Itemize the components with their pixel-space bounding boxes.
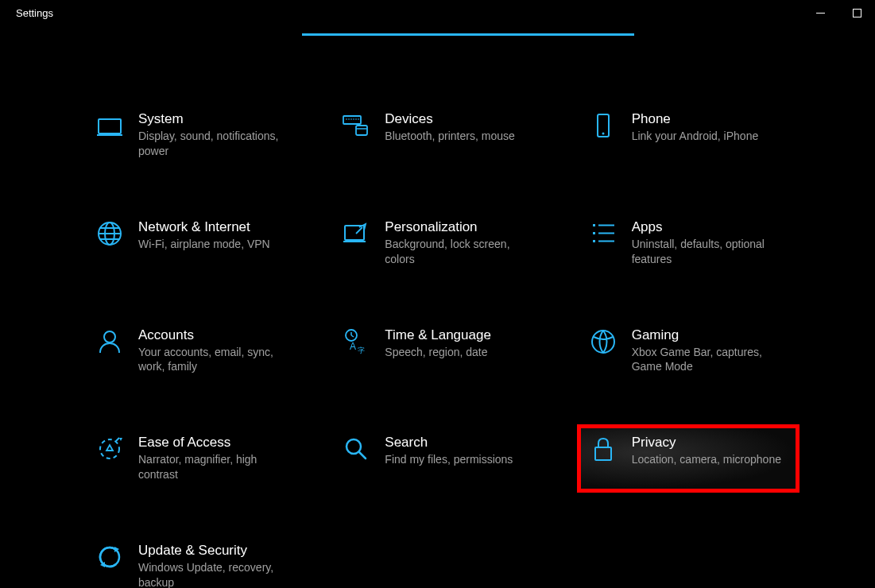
category-title: Update & Security bbox=[138, 543, 294, 559]
category-update[interactable]: Update & SecurityWindows Update, recover… bbox=[87, 536, 302, 588]
svg-rect-44 bbox=[853, 9, 861, 17]
category-description: Uninstall, defaults, optional features bbox=[632, 237, 788, 267]
category-description: Find my files, permissions bbox=[385, 452, 540, 467]
minimize-icon bbox=[816, 9, 825, 17]
category-network[interactable]: Network & InternetWi-Fi, airplane mode, … bbox=[87, 213, 302, 273]
update-icon bbox=[95, 543, 124, 571]
category-description: Speech, region, date bbox=[385, 345, 540, 360]
category-personalization[interactable]: PersonalizationBackground, lock screen, … bbox=[334, 213, 548, 273]
phone-icon bbox=[589, 111, 618, 140]
maximize-icon bbox=[853, 9, 861, 17]
search-icon bbox=[342, 435, 370, 463]
category-title: Accounts bbox=[138, 327, 294, 343]
category-gaming[interactable]: GamingXbox Game Bar, captures, Game Mode bbox=[581, 321, 796, 381]
category-description: Background, lock screen, colors bbox=[385, 237, 540, 267]
category-description: Xbox Game Bar, captures, Game Mode bbox=[632, 345, 788, 375]
category-description: Bluetooth, printers, mouse bbox=[385, 129, 540, 144]
category-title: Search bbox=[385, 435, 540, 451]
category-description: Wi-Fi, airplane mode, VPN bbox=[138, 237, 294, 252]
devices-icon bbox=[342, 111, 370, 140]
category-title: System bbox=[138, 111, 294, 127]
category-description: Link your Android, iPhone bbox=[632, 129, 788, 144]
category-title: Phone bbox=[632, 111, 788, 127]
category-system[interactable]: SystemDisplay, sound, notifications, pow… bbox=[87, 105, 302, 165]
category-description: Location, camera, microphone bbox=[632, 452, 788, 467]
network-icon bbox=[95, 219, 124, 248]
privacy-icon bbox=[589, 435, 618, 463]
category-description: Windows Update, recovery, backup bbox=[138, 560, 294, 588]
maximize-button[interactable] bbox=[838, 0, 875, 25]
ease-icon bbox=[95, 435, 124, 463]
apps-icon bbox=[589, 219, 618, 248]
category-title: Privacy bbox=[632, 435, 788, 451]
time-icon bbox=[342, 327, 370, 356]
personalization-icon bbox=[342, 219, 370, 248]
category-phone[interactable]: PhoneLink your Android, iPhone bbox=[581, 105, 796, 165]
window-title: Settings bbox=[16, 7, 53, 19]
gaming-icon bbox=[589, 327, 618, 356]
category-title: Ease of Access bbox=[138, 435, 294, 451]
category-apps[interactable]: AppsUninstall, defaults, optional featur… bbox=[581, 213, 796, 273]
category-title: Apps bbox=[632, 219, 788, 235]
category-description: Display, sound, notifications, power bbox=[138, 129, 294, 159]
category-accounts[interactable]: AccountsYour accounts, email, sync, work… bbox=[87, 321, 302, 381]
loading-indicator bbox=[302, 33, 634, 36]
category-description: Narrator, magnifier, high contrast bbox=[138, 452, 294, 482]
system-icon bbox=[95, 111, 124, 140]
category-title: Network & Internet bbox=[138, 219, 294, 235]
category-time[interactable]: Time & LanguageSpeech, region, date bbox=[334, 321, 548, 381]
category-title: Gaming bbox=[632, 327, 788, 343]
category-description: Your accounts, email, sync, work, family bbox=[138, 345, 294, 375]
category-search[interactable]: SearchFind my files, permissions bbox=[334, 428, 548, 489]
category-privacy[interactable]: PrivacyLocation, camera, microphone bbox=[581, 428, 796, 489]
accounts-icon bbox=[95, 327, 124, 356]
category-title: Personalization bbox=[385, 219, 540, 235]
minimize-button[interactable] bbox=[802, 0, 838, 25]
category-title: Time & Language bbox=[385, 327, 540, 343]
category-devices[interactable]: DevicesBluetooth, printers, mouse bbox=[334, 105, 548, 165]
category-ease[interactable]: Ease of AccessNarrator, magnifier, high … bbox=[87, 428, 302, 489]
category-title: Devices bbox=[385, 111, 540, 127]
